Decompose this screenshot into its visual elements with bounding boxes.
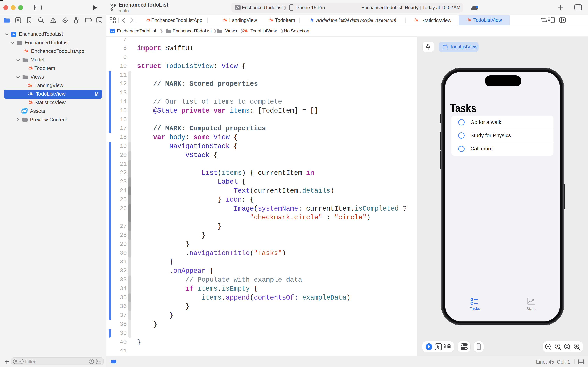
svg-text:1: 1: [557, 345, 558, 348]
